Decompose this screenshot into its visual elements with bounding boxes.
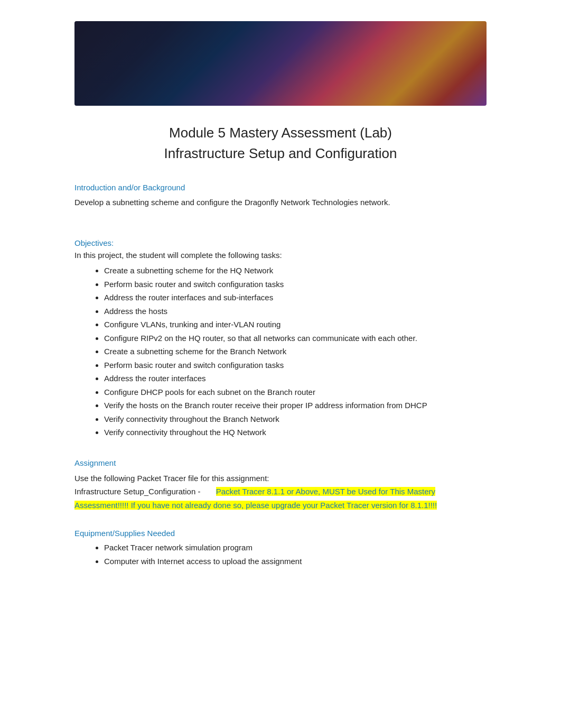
title-line1: Module 5 Mastery Assessment (Lab) (169, 125, 392, 141)
list-item: Perform basic router and switch configur… (104, 358, 487, 372)
equipment-list: Packet Tracer network simulation program… (74, 541, 487, 568)
banner-image (74, 21, 487, 106)
equipment-section: Equipment/Supplies Needed Packet Tracer … (74, 529, 487, 568)
list-item: Computer with Internet access to upload … (104, 555, 487, 568)
list-item: Configure RIPv2 on the HQ router, so tha… (104, 331, 487, 345)
assignment-heading: Assignment (74, 458, 487, 467)
list-item: Create a subnetting scheme for the Branc… (104, 345, 487, 358)
list-item: Verify connectivity throughout the Branc… (104, 412, 487, 426)
list-item: Configure DHCP pools for each subnet on … (104, 385, 487, 399)
title-line2: Infrastructure Setup and Configuration (164, 145, 397, 161)
list-item: Verify the hosts on the Branch router re… (104, 399, 487, 412)
list-item: Address the router interfaces and sub-in… (104, 291, 487, 305)
list-item: Verify connectivity throughout the HQ Ne… (104, 426, 487, 439)
page-container: Module 5 Mastery Assessment (Lab) Infras… (43, 0, 518, 603)
objectives-section: Objectives: In this project, the student… (74, 238, 487, 439)
list-item: Configure VLANs, trunking and inter-VLAN… (104, 318, 487, 331)
objectives-heading: Objectives: (74, 238, 487, 247)
assignment-section: Assignment Use the following Packet Trac… (74, 458, 487, 512)
list-item: Packet Tracer network simulation program (104, 541, 487, 555)
objectives-intro: In this project, the student will comple… (74, 251, 487, 260)
intro-heading: Introduction and/or Background (74, 183, 487, 192)
assignment-text: Use the following Packet Tracer file for… (74, 472, 487, 512)
list-item: Perform basic router and switch configur… (104, 278, 487, 291)
intro-body: Develop a subnetting scheme and configur… (74, 196, 487, 209)
list-item: Create a subnetting scheme for the HQ Ne… (104, 264, 487, 278)
equipment-heading: Equipment/Supplies Needed (74, 529, 487, 538)
assignment-line2-prefix: Infrastructure Setup_Configuration - (74, 487, 200, 496)
list-item: Address the router interfaces (104, 372, 487, 385)
assignment-line1: Use the following Packet Tracer file for… (74, 474, 269, 483)
page-title: Module 5 Mastery Assessment (Lab) Infras… (74, 123, 487, 164)
objectives-list: Create a subnetting scheme for the HQ Ne… (74, 264, 487, 439)
intro-section: Introduction and/or Background Develop a… (74, 183, 487, 209)
list-item: Address the hosts (104, 305, 487, 318)
